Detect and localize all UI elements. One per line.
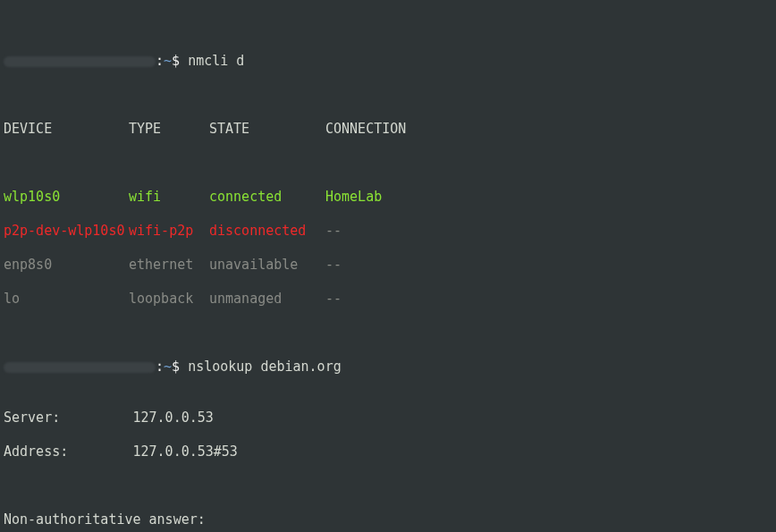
prompt-dollar: $ [172,359,180,375]
label: Server: [4,410,60,426]
command-text: nslookup debian.org [188,359,342,375]
nmcli-type: wifi [129,189,209,206]
nmcli-type: ethernet [129,257,209,274]
nmcli-state: disconnected [209,223,325,240]
nmcli-row: enp8s0ethernetunavailable-- [4,257,772,274]
prompt-line: :~$ nslookup debian.org [4,359,772,376]
nmcli-connection: -- [325,291,342,308]
prompt-tilde: ~ [164,53,172,69]
command-text: nmcli d [188,53,244,69]
label: Address: [4,443,68,460]
nmcli-row: wlp10s0wificonnectedHomeLab [4,189,772,206]
nmcli-row: loloopbackunmanaged-- [4,291,772,308]
hdr-device: DEVICE [4,121,129,138]
blank-line [4,477,772,494]
nmcli-header-row: DEVICETYPESTATECONNECTION [4,121,772,138]
prompt-tilde: ~ [164,359,172,375]
nmcli-device: wlp10s0 [4,189,129,206]
hdr-type: TYPE [129,121,209,138]
nslookup-server: Server: 127.0.0.53 [4,410,772,426]
nmcli-row: p2p-dev-wlp10s0wifi-p2pdisconnected-- [4,223,772,240]
nslookup-nonauth: Non-authoritative answer: [4,511,772,528]
nmcli-connection: -- [325,257,342,274]
nmcli-connection: -- [325,223,342,240]
nmcli-type: wifi-p2p [129,223,209,240]
hdr-state: STATE [209,121,325,138]
prompt-dollar: $ [172,53,180,69]
hdr-connection: CONNECTION [325,121,406,138]
nmcli-device: enp8s0 [4,257,129,274]
value: 127.0.0.53#53 [133,443,238,460]
nmcli-device: p2p-dev-wlp10s0 [4,223,129,240]
nslookup-address: Address: 127.0.0.53#53 [4,443,772,460]
nmcli-state: connected [209,189,325,206]
nmcli-connection: HomeLab [325,189,382,206]
value: 127.0.0.53 [133,410,214,426]
terminal-output[interactable]: :~$ nmcli d DEVICETYPESTATECONNECTION wl… [0,0,776,532]
prompt-sep: : [156,359,164,375]
nmcli-state: unavailable [209,257,325,274]
nmcli-type: loopback [129,291,209,308]
prompt-line: :~$ nmcli d [4,53,772,70]
prompt-sep: : [156,53,164,69]
nmcli-device: lo [4,291,129,308]
nmcli-state: unmanaged [209,291,325,308]
